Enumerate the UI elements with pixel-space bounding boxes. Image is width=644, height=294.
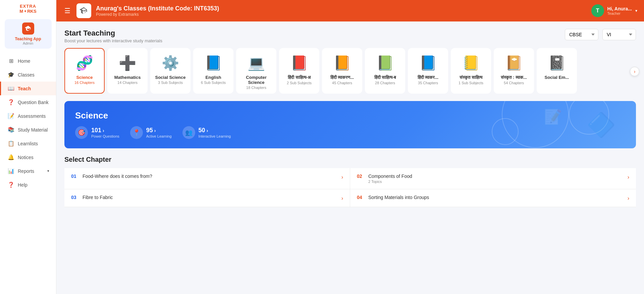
filter-dropdowns: CBSE ICSE State VI VII VIII IX X <box>565 29 636 40</box>
chapter-left: 03 Fibre to Fabric <box>71 195 113 200</box>
banner-stat-active-learning: 📍 95 › Active Learning <box>130 126 172 139</box>
hindi-vyakaran2-icon: 📘 <box>419 53 437 72</box>
teaching-app-role: Admin <box>23 41 33 45</box>
banner-stat-arrow: › <box>103 128 104 133</box>
subject-card-social-em[interactable]: 📓 Social Em... <box>537 48 577 94</box>
subject-card-sanskrit-sahitya[interactable]: 📒 संस्कृत साहित्य 1 Sub Subjects <box>451 48 491 94</box>
sidebar-item-help[interactable]: ❓ Help <box>0 178 56 192</box>
board-filter[interactable]: CBSE ICSE State <box>565 29 598 40</box>
teaching-app-box: Teaching App Admin <box>5 19 52 49</box>
sidebar-item-teach[interactable]: 📖 Teach <box>0 82 56 95</box>
subject-card-computer-science[interactable]: 💻 Computer Science 18 Chapters <box>236 48 276 94</box>
subject-card-english[interactable]: 📘 English 6 Sub Subjects <box>193 48 233 94</box>
chapter-name: Fibre to Fabric <box>83 195 113 200</box>
subject-card-mathematics[interactable]: ➕ Mathematics 14 Chapters <box>107 48 148 94</box>
chapter-item-03[interactable]: 03 Fibre to Fabric › <box>64 189 350 207</box>
nav-item-label: Notices <box>18 155 34 160</box>
chapter-arrow-icon: › <box>628 174 629 180</box>
chapters-grid: 01 Food-Where does it comes from? › 02 C… <box>64 168 636 207</box>
banner-stat-arrow: › <box>154 128 156 133</box>
section-header: Start Teaching Boost your lectures with … <box>64 29 636 43</box>
page-subtitle: Boost your lectures with interactive stu… <box>64 38 162 43</box>
nav-menu: ⊞ Home 🎓 Classes 📖 Teach ❓ Question Bank… <box>0 54 56 192</box>
mathematics-detail: 14 Chapters <box>117 81 138 85</box>
chapter-text: Fibre to Fabric <box>83 195 113 200</box>
sanskrit-vyak-icon: 📔 <box>504 53 523 72</box>
hindi-sahitya-a-detail: 2 Sub Subjects <box>287 81 312 85</box>
sidebar-item-assessments[interactable]: 📝 Assessments <box>0 109 56 123</box>
sanskrit-vyak-detail: 54 Chapters <box>504 81 524 85</box>
subject-card-hindi-sahitya-a[interactable]: 📕 हिंदी साहित्य-अ 2 Sub Subjects <box>279 48 319 94</box>
school-building-icon <box>79 6 89 15</box>
subject-card-social-science[interactable]: ⚙️ Social Science 3 Sub Subjects <box>150 48 191 94</box>
chapter-left: 02 Components of Food 2 Topics <box>357 174 412 184</box>
computer-science-icon: 💻 <box>247 53 266 72</box>
sidebar-item-study-material[interactable]: 📚 Study Material <box>0 123 56 137</box>
subject-card-hindi-sahitya-b[interactable]: 📗 हिंदी साहित्य-ब 28 Chapters <box>365 48 405 94</box>
sanskrit-sahitya-detail: 1 Sub Subjects <box>459 81 483 85</box>
teaching-app-label: Teaching App <box>15 37 41 41</box>
social-science-name: Social Science <box>155 75 185 80</box>
sidebar-item-learnlists[interactable]: 📋 Learnlists <box>0 137 56 150</box>
teach-icon: 📖 <box>8 85 14 92</box>
social-em-name: Social Em... <box>545 75 569 80</box>
subjects-next-button[interactable]: › <box>630 67 639 76</box>
study-material-icon: 📚 <box>8 127 14 133</box>
banner-stat-icon: 📍 <box>130 126 143 139</box>
sidebar-item-question-bank[interactable]: ❓ Question Bank <box>0 95 56 109</box>
user-dropdown-arrow: ▾ <box>635 8 637 13</box>
sidebar-item-reports[interactable]: 📊 Reports ▾ <box>0 164 56 178</box>
chapter-arrow-icon: › <box>628 195 629 201</box>
grade-filter[interactable]: VI VII VIII IX X <box>602 29 636 40</box>
banner-stat-icon: 👥 <box>182 126 195 139</box>
banner-stat-label: Interactive Learning <box>199 134 231 138</box>
user-menu[interactable]: T Hi, Anura... Teacher ▾ <box>591 4 637 17</box>
nav-item-label: Home <box>18 58 30 64</box>
chapter-item-02[interactable]: 02 Components of Food 2 Topics › <box>350 168 636 189</box>
page-title: Start Teaching <box>64 29 162 38</box>
left-sidebar: EXTRA M ✦ RKS Teaching App Admin ⊞ Home … <box>0 0 56 294</box>
chapter-text: Sorting Materials into Groups <box>368 195 429 200</box>
hindi-vyakaran2-name: हिंदी व्याकर... <box>418 75 438 80</box>
hindi-vyakaran-icon: 📙 <box>333 53 352 72</box>
sidebar-item-notices[interactable]: 🔔 Notices <box>0 150 56 164</box>
hindi-sahitya-b-detail: 28 Chapters <box>375 81 395 85</box>
chapter-number: 03 <box>71 195 79 200</box>
chapter-number: 01 <box>71 174 79 179</box>
hindi-sahitya-b-icon: 📗 <box>376 53 394 72</box>
sidebar-item-home[interactable]: ⊞ Home <box>0 54 56 68</box>
chapter-item-04[interactable]: 04 Sorting Materials into Groups › <box>350 189 636 207</box>
subject-card-hindi-vyakaran2[interactable]: 📘 हिंदी व्याकर... 35 Chapters <box>408 48 448 94</box>
banner-stat-power-questions: 🎯 101 › Power Questions <box>75 126 119 139</box>
chapter-name: Components of Food <box>368 174 412 179</box>
nav-item-label: Classes <box>18 72 35 78</box>
reports-icon: 📊 <box>8 168 14 174</box>
computer-science-name: Computer Science <box>240 75 272 85</box>
hindi-vyakaran-name: हिंदी व्याकरण... <box>330 75 354 80</box>
chapter-left: 01 Food-Where does it comes from? <box>71 174 152 179</box>
banner-stat-info: 101 › Power Questions <box>91 127 119 138</box>
hamburger-button[interactable]: ☰ <box>63 5 72 16</box>
science-name: Science <box>76 75 93 80</box>
nav-item-label: Learnlists <box>18 141 38 146</box>
banner-deco-icon: 🔷 <box>587 111 616 139</box>
nav-item-label: Question Bank <box>18 100 49 105</box>
school-icon <box>24 25 32 32</box>
notices-icon: 🔔 <box>8 154 14 160</box>
science-banner: Science 🎯 101 › Power Questions 📍 95 › A… <box>64 101 636 148</box>
subject-card-science[interactable]: 🧬 Science 16 Chapters <box>64 48 105 94</box>
sidebar-item-classes[interactable]: 🎓 Classes <box>0 68 56 82</box>
science-detail: 16 Chapters <box>74 81 95 85</box>
chapter-arrow-icon: › <box>341 195 343 201</box>
chapter-sub: 2 Topics <box>368 180 412 184</box>
banner-stat-num: 101 › <box>91 127 119 134</box>
chapter-item-01[interactable]: 01 Food-Where does it comes from? › <box>64 168 350 189</box>
subject-card-sanskrit-vyak[interactable]: 📔 संस्कृत : व्याक... 54 Chapters <box>494 48 534 94</box>
sanskrit-vyak-name: संस्कृत : व्याक... <box>501 75 527 80</box>
banner-deco-icon2: 📝 <box>544 108 562 126</box>
user-role: Teacher <box>607 11 632 15</box>
nav-expand-arrow: ▾ <box>47 169 49 173</box>
learnlists-icon: 📋 <box>8 140 14 147</box>
classes-icon: 🎓 <box>8 71 14 78</box>
subject-card-hindi-vyakaran[interactable]: 📙 हिंदी व्याकरण... 45 Chapters <box>322 48 362 94</box>
